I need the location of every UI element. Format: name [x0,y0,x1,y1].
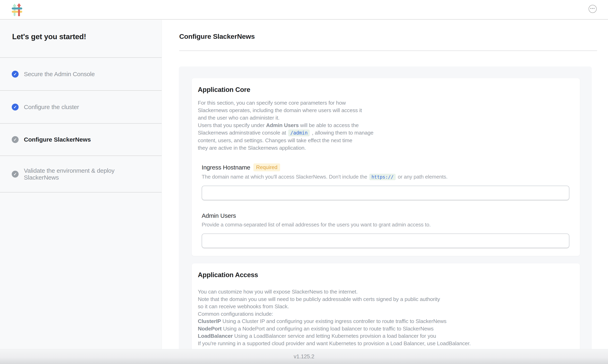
check-circle-icon: ✓ [12,136,19,143]
check-circle-icon: ✓ [12,71,19,78]
description-line: LoadBalancer Using a LoadBalancer servic… [198,332,572,340]
description-line: they are active in the Slackernews appli… [198,144,572,152]
sidebar-step-label: Secure the Admin Console [24,71,95,78]
application-core-heading: Application Core [198,86,572,93]
ingress-hostname-label: Ingress Hostname [202,164,250,171]
check-circle-icon: ✓ [12,171,19,178]
top-bar: ••• [0,0,608,20]
description-line: Common configurations include: [198,310,572,318]
sidebar-step-configure-cluster[interactable]: ✓ Configure the cluster [0,90,162,123]
application-access-card: Application Access You can customize how… [192,263,580,349]
sidebar-heading: Let's get you started! [0,20,162,57]
setup-steps-sidebar: Let's get you started! ✓ Secure the Admi… [0,20,162,349]
sidebar-step-label: Configure the cluster [24,104,79,110]
config-form-panel: Application Core For this section, you c… [179,66,592,349]
ingress-hostname-field-group: Ingress Hostname Required The domain nam… [202,163,572,200]
page-title: Configure SlackerNews [179,33,255,40]
admin-users-label: Admin Users [202,212,236,219]
sidebar-step-validate-deploy[interactable]: ✓ Validate the environment & deploy Slac… [0,156,162,193]
check-circle-icon: ✓ [12,104,19,110]
application-access-description: You can customize how you will expose Sl… [198,288,572,347]
description-line: For this section, you can specify some c… [198,99,572,107]
description-line: Slackernews operates, including the doma… [198,107,572,114]
description-line: Note that the domain you use will need t… [198,296,572,303]
admin-users-input[interactable] [202,234,569,248]
sidebar-step-configure-slackernews[interactable]: ✓ Configure SlackerNews [0,123,162,156]
config-main-area: Configure SlackerNews Application Core F… [162,20,608,349]
description-line: You can customize how you will expose Sl… [198,288,572,296]
required-badge: Required [253,163,280,171]
admin-users-help: Provide a comma-separated list of email … [202,221,572,228]
slackernews-logo-icon [11,3,23,16]
ingress-hostname-input[interactable] [202,186,569,200]
sidebar-step-label: Validate the environment & deploy Slacke… [24,167,133,181]
version-label: v1.125.2 [294,353,314,360]
application-core-card: Application Core For this section, you c… [192,78,580,256]
description-line: content, users, and settings. Changes wi… [198,137,572,144]
description-line: If you're running in a supported cloud p… [198,340,572,347]
description-line: ClusterIP Using a Cluster IP and configu… [198,318,572,325]
description-line: Users that you specify under Admin Users… [198,122,572,129]
description-line: Slackernews adminstrative console at /ad… [198,129,572,137]
title-divider [179,51,597,51]
footer-bar: v1.125.2 [0,349,608,364]
ellipsis-icon: ••• [590,7,595,11]
description-line: and the user who can administer it. [198,114,572,122]
application-core-description: For this section, you can specify some c… [198,99,572,152]
more-options-button[interactable]: ••• [589,5,597,13]
sidebar-step-label: Configure SlackerNews [24,136,91,143]
sidebar-step-secure-admin-console[interactable]: ✓ Secure the Admin Console [0,57,162,90]
setup-wizard-page: ••• Let's get you started! ✓ Secure the … [0,0,608,364]
ingress-hostname-help: The domain name at which you'll access S… [202,174,572,180]
description-line: so it can receive webhooks from Slack. [198,303,572,310]
description-line: NodePort Using a NodePort and configurin… [198,325,572,333]
admin-users-field-group: Admin Users Provide a comma-separated li… [202,212,572,248]
application-access-heading: Application Access [198,271,572,279]
